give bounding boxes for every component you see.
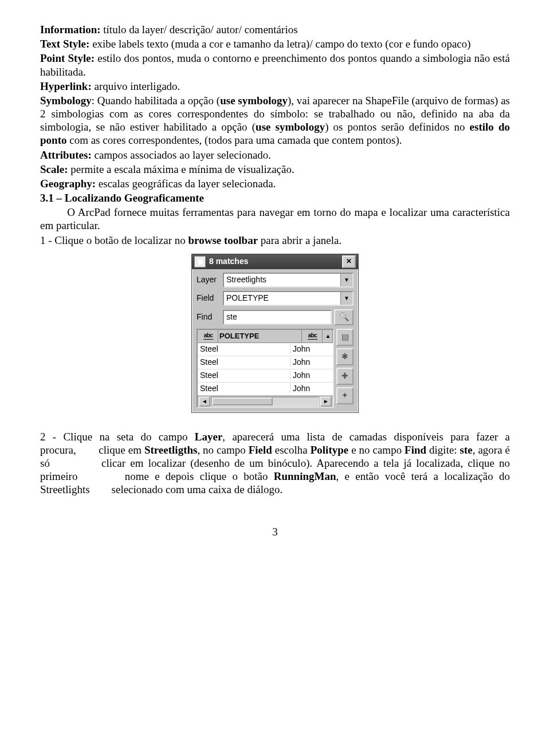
page-number: 3 [40,525,510,538]
table-row[interactable]: Steel John [198,343,333,356]
paragraph-information: Information: título da layer/ descrição/… [40,23,510,36]
label-hyperlink: Hyperlink: [40,80,92,92]
layer-value: Streetlights [226,275,266,285]
dialog-titlebar: ▦ 8 matches ✕ [192,254,358,269]
row-layer: Layer Streetlights ▼ [197,273,353,288]
add-icon[interactable]: ✚ [336,368,353,385]
label-attributes: Attributes: [40,149,92,161]
paragraph-step-1: 1 - Clique o botão de localizar no brows… [40,234,510,247]
find-dialog: ▦ 8 matches ✕ Layer Streetlights ▼ Field… [191,254,359,413]
dialog-title: 8 matches [209,257,342,266]
row-find: Find ste 🔍 [197,309,353,325]
label-text-style: Text Style: [40,38,89,50]
properties-icon[interactable]: ▤ [336,329,353,346]
horizontal-scrollbar[interactable]: ◄ ► [198,396,333,407]
label-find: Find [197,312,223,322]
chevron-down-icon[interactable]: ▼ [340,274,352,286]
results-table: abc POLETYPE abc ▲ Steel John Steel John [197,329,334,408]
label-symbology: Symbology [40,94,92,107]
cell-col1: Steel [198,371,290,380]
scroll-thumb[interactable] [212,397,273,405]
label-point-style: Point Style: [40,52,95,64]
table-row[interactable]: Steel John [198,356,333,369]
label-scale: Scale: [40,163,68,175]
abc-icon: abc [308,332,318,340]
paragraph-point-style: Point Style: estilo dos pontos, muda o c… [40,52,510,78]
side-toolbar: ▤ ✱ ✚ ✦ [334,329,353,408]
cell-col1: Steel [198,357,290,367]
runningman-icon[interactable]: ✱ [336,348,353,365]
paragraph-hyperlink: Hyperlink: arquivo interligado. [40,80,510,93]
paragraph-symbology: Symbology: Quando habilitada a opção (us… [40,94,510,147]
find-value: ste [226,312,237,322]
section-heading-31: 3.1 – Localizando Geograficamente [40,191,510,204]
binoculars-icon[interactable]: 🔍 [334,309,353,325]
chevron-down-icon[interactable]: ▼ [340,292,352,305]
paragraph-attributes: Attributes: campos associados ao layer s… [40,148,510,162]
paragraph-geography: Geography: escalas geográficas da layer … [40,177,510,190]
col-abc-1[interactable]: abc [198,330,218,342]
scroll-track[interactable] [211,397,319,406]
table-header: abc POLETYPE abc ▲ [198,330,333,343]
paragraph-text-style: Text Style: exibe labels texto (muda a c… [40,37,510,50]
close-icon[interactable]: ✕ [342,255,356,268]
field-combo[interactable]: POLETYPE ▼ [223,291,353,306]
label-field: Field [197,293,223,303]
cell-col1: Steel [198,344,290,354]
paragraph-scale: Scale: permite a escala máxima e mínima … [40,163,510,176]
cell-col2: John [290,384,333,393]
paragraph-step-2: 2 - Clique na seta do campo Layer, apare… [40,430,510,497]
find-dialog-figure: ▦ 8 matches ✕ Layer Streetlights ▼ Field… [40,254,510,413]
cell-col2: John [290,371,333,380]
label-information: Information: [40,23,101,36]
label-geography: Geography: [40,178,96,190]
cell-col2: John [290,357,333,367]
scroll-left-icon[interactable]: ◄ [199,396,210,407]
field-value: POLETYPE [226,293,269,303]
table-row[interactable]: Steel John [198,383,333,396]
scroll-right-icon[interactable]: ► [320,396,332,407]
cell-col1: Steel [198,384,290,393]
app-icon: ▦ [194,256,206,267]
abc-icon: abc [203,332,214,340]
flash-icon[interactable]: ✦ [336,387,353,404]
find-input[interactable]: ste [223,310,332,325]
paragraph-intro-arcpad: O ArcPad fornece muitas ferramentas para… [40,206,510,232]
layer-combo[interactable]: Streetlights ▼ [223,273,353,288]
sort-up-icon[interactable]: ▲ [323,330,333,342]
row-field: Field POLETYPE ▼ [197,291,353,306]
table-row[interactable]: Steel John [198,369,333,383]
col-poletype[interactable]: POLETYPE [218,330,302,342]
cell-col2: John [290,344,333,354]
col-abc-2[interactable]: abc [302,330,323,342]
label-layer: Layer [197,275,223,285]
